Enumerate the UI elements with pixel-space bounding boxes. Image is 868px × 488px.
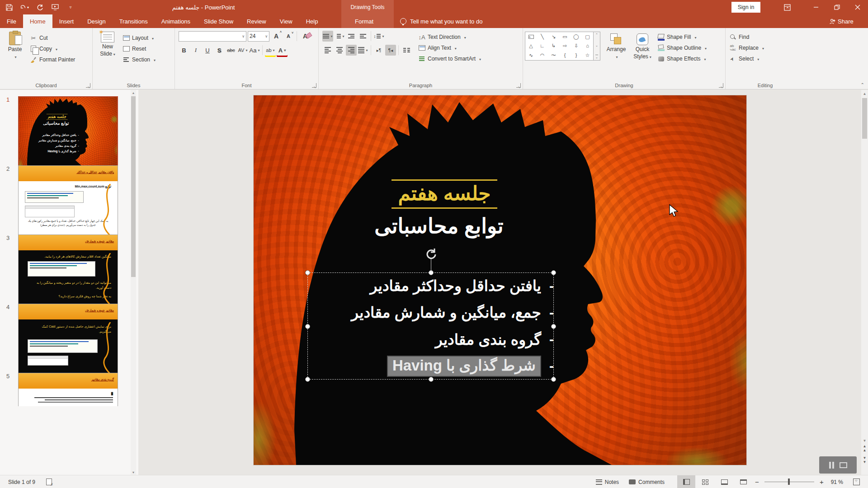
find-button[interactable]: Find (727, 32, 803, 42)
text-highlight-button[interactable]: ab (265, 45, 276, 56)
text-shadow-button[interactable]: S (214, 45, 225, 56)
grow-font-button[interactable]: A˄ (271, 31, 282, 42)
zoom-level[interactable]: 91 % (826, 475, 848, 488)
numbering-button[interactable] (334, 31, 345, 42)
shape-right-brace-icon[interactable]: } (576, 52, 577, 58)
spell-check-icon[interactable] (46, 479, 52, 485)
save-icon[interactable] (5, 3, 14, 12)
vertical-scrollbar[interactable]: ▲ ▼ ▲▲ ▼▼ (861, 90, 868, 475)
zoom-slider-thumb[interactable] (788, 479, 790, 485)
comments-button[interactable]: Comments (624, 475, 669, 488)
tab-animations[interactable]: Animations (155, 14, 197, 28)
shape-arrow-icon[interactable]: ↘ (552, 34, 556, 40)
tab-slideshow[interactable]: Slide Show (197, 14, 240, 28)
tab-insert[interactable]: Insert (52, 14, 81, 28)
sign-in-button[interactable]: Sign in (731, 2, 760, 13)
font-dialog-launcher[interactable] (312, 83, 316, 88)
reading-view-button[interactable] (715, 475, 733, 488)
right-to-left-button[interactable]: ¶◂ (385, 45, 396, 56)
shape-curve-icon[interactable]: 〜 (551, 52, 556, 59)
justify-button[interactable] (358, 45, 368, 56)
layout-button[interactable]: Layout (121, 33, 157, 43)
scrollbar-thumb[interactable] (862, 98, 867, 139)
scrollbar-thumb[interactable] (131, 96, 136, 277)
ribbon-display-options-icon[interactable] (777, 0, 797, 14)
format-painter-button[interactable]: Format Painter (28, 54, 77, 65)
share-button[interactable]: Share (830, 14, 854, 28)
shape-elbow-arrow-icon[interactable]: ↳ (552, 43, 556, 49)
shape-textbox-icon[interactable]: A (528, 35, 534, 39)
left-to-right-button[interactable]: ▸¶ (373, 45, 384, 56)
italic-button[interactable]: I (190, 45, 201, 56)
resize-handle-se[interactable] (551, 377, 556, 382)
shape-left-brace-icon[interactable]: { (564, 52, 566, 58)
tab-format[interactable]: Format (348, 14, 380, 28)
select-button[interactable]: Select (727, 53, 803, 64)
shape-down-arrow-icon[interactable]: ⇩ (574, 43, 578, 49)
font-size-combo[interactable]: 24∨ (248, 31, 269, 42)
gallery-down-icon[interactable]: ⌄ (595, 44, 598, 47)
shapes-gallery[interactable]: A ╲ ↘ ▭ ◯ ▢ △ ∟ ↳ ⇨ ⇩ ⌂ ∿ ◠ 〜 { } (525, 32, 594, 61)
zoom-slider[interactable] (764, 475, 814, 488)
align-right-button[interactable] (346, 45, 357, 56)
slide-canvas[interactable]: جلسه هفتم توابع محاسباتی یافتن حداقل وحد… (254, 95, 746, 465)
shape-fill-button[interactable]: Shape Fill (656, 32, 708, 42)
start-slideshow-icon[interactable] (51, 3, 60, 12)
replace-button[interactable]: ab⤷ac Replace (727, 42, 803, 53)
text-direction-button[interactable]: ↕A Text Direction (416, 32, 483, 42)
resize-handle-ne[interactable] (551, 270, 556, 275)
font-name-combo[interactable]: ∨ (179, 31, 246, 42)
decrease-indent-button[interactable] (346, 31, 357, 42)
tab-file[interactable]: File (0, 14, 23, 28)
slideshow-view-button[interactable] (734, 475, 752, 488)
media-control-overlay[interactable] (819, 456, 857, 474)
resize-handle-s[interactable] (429, 377, 434, 382)
paragraph-dialog-launcher[interactable] (516, 83, 521, 88)
scroll-up-icon[interactable]: ▲ (131, 90, 136, 95)
strikethrough-button[interactable]: abc (226, 45, 236, 56)
next-slide-icon[interactable]: ▼▼ (863, 456, 867, 464)
tab-help[interactable]: Help (299, 14, 325, 28)
customize-qat-icon[interactable]: ▿ (66, 3, 75, 12)
scroll-down-icon[interactable]: ▼ (861, 437, 868, 444)
scroll-up-icon[interactable]: ▲ (861, 90, 868, 97)
slide-sorter-view-button[interactable] (696, 475, 714, 488)
section-button[interactable]: Section (121, 54, 157, 65)
tab-transitions[interactable]: Transitions (113, 14, 155, 28)
tab-view[interactable]: View (273, 14, 299, 28)
undo-icon[interactable] (20, 3, 29, 12)
shape-scribble-icon[interactable]: ∿ (529, 52, 533, 58)
editing-canvas[interactable]: جلسه هفتم توابع محاسباتی یافتن حداقل وحد… (138, 90, 861, 475)
minimize-icon[interactable] (806, 0, 826, 14)
underline-button[interactable]: U (202, 45, 213, 56)
resize-handle-w[interactable] (305, 324, 310, 329)
normal-view-button[interactable] (677, 475, 695, 488)
thumbnail-slide-4[interactable]: مقادیر جمع و شمارش برای نمایش اعشاری حاص… (18, 304, 118, 379)
tab-review[interactable]: Review (240, 14, 273, 28)
copy-button[interactable]: Copy (28, 43, 77, 54)
thumbnail-scrollbar[interactable]: ▲ ▼ (131, 90, 136, 475)
smartart-button[interactable]: Convert to SmartArt (416, 53, 483, 64)
shape-right-arrow-icon[interactable]: ⇨ (563, 43, 567, 49)
close-icon[interactable] (847, 0, 868, 14)
arrange-button[interactable]: Arrange (603, 32, 629, 75)
thumbnail-slide-3[interactable]: مقادیر جمع و شمارش میانگین تعداد اقلام س… (18, 235, 118, 310)
shape-line-icon[interactable]: ╲ (541, 34, 544, 40)
tab-home[interactable]: Home (23, 14, 52, 28)
thumbnail-slide-1[interactable]: جلسه هفتم توابع محاسباتی یافتن حداقل وحد… (18, 96, 118, 171)
textbox-selection-border[interactable] (307, 272, 554, 380)
notes-button[interactable]: Notes (591, 475, 623, 488)
thumbnail-slide-2[interactable]: یافتن مقادیر حداقل و حداکثر توابع Min,ma… (18, 165, 118, 240)
gallery-up-icon[interactable]: ⌃ (595, 33, 598, 37)
shape-effects-button[interactable]: Shape Effects (656, 53, 708, 64)
columns-button[interactable] (401, 45, 412, 56)
resize-handle-nw[interactable] (305, 270, 310, 275)
tab-design[interactable]: Design (80, 14, 112, 28)
restore-icon[interactable] (826, 0, 847, 14)
shape-arc-icon[interactable]: ◠ (540, 52, 545, 58)
align-left-button[interactable] (322, 45, 333, 56)
quick-styles-button[interactable]: Quick Styles (629, 32, 656, 75)
gallery-more-icon[interactable]: ⌄ (595, 55, 598, 59)
drawing-dialog-launcher[interactable] (719, 83, 723, 88)
shape-star-icon[interactable]: ☆ (585, 52, 590, 58)
